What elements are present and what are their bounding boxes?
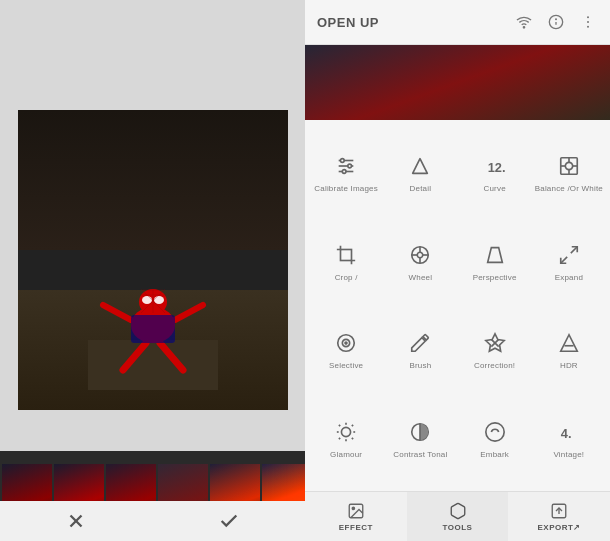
svg-marker-30 xyxy=(413,159,428,174)
tool-label: Vintage! xyxy=(553,450,584,459)
perspective-icon xyxy=(481,241,509,269)
hdr-icon xyxy=(555,329,583,357)
svg-point-69 xyxy=(352,507,354,509)
tool-calibrate[interactable]: Calibrate Images xyxy=(309,128,383,217)
balance-icon xyxy=(555,152,583,180)
svg-line-5 xyxy=(103,305,131,320)
tool-label: Embark xyxy=(480,450,509,459)
nav-effect[interactable]: EFFECT xyxy=(305,492,407,541)
tool-selective[interactable]: Selective xyxy=(309,306,383,395)
header-title: OPEN UP xyxy=(317,15,379,30)
svg-point-33 xyxy=(565,162,572,169)
right-bottom-nav: EFFECT TOOLS EXPORT↗ xyxy=(305,491,610,541)
tool-label: Crop / xyxy=(335,273,358,282)
tool-hdr[interactable]: HDR xyxy=(532,306,606,395)
right-panel: OPEN UP xyxy=(305,0,610,541)
svg-marker-54 xyxy=(561,335,578,352)
nav-label: TOOLS xyxy=(443,523,473,532)
tool-label: HDR xyxy=(560,361,578,370)
svg-point-56 xyxy=(342,428,351,437)
svg-line-62 xyxy=(352,438,353,439)
svg-rect-38 xyxy=(341,249,352,260)
svg-point-40 xyxy=(418,252,424,258)
svg-point-27 xyxy=(341,159,345,163)
expand-icon xyxy=(555,241,583,269)
tool-label: Detail xyxy=(410,184,432,193)
tool-contrast-tonal[interactable]: Contrast Tonal xyxy=(383,394,457,483)
detail-icon xyxy=(406,152,434,180)
export-icon xyxy=(549,501,569,521)
preview-strip xyxy=(305,45,610,120)
brush-icon xyxy=(406,329,434,357)
tool-perspective[interactable]: Perspective xyxy=(458,217,532,306)
wheel-icon xyxy=(406,241,434,269)
tool-glamour[interactable]: Glamour xyxy=(309,394,383,483)
bottom-bar xyxy=(0,501,305,541)
svg-point-28 xyxy=(348,164,352,168)
correction-icon xyxy=(481,329,509,357)
svg-point-22 xyxy=(587,21,589,23)
svg-line-61 xyxy=(339,425,340,426)
svg-line-63 xyxy=(339,438,340,439)
tool-label: Selective xyxy=(329,361,363,370)
right-header: OPEN UP xyxy=(305,0,610,45)
tool-vintage[interactable]: 4. Vintage! xyxy=(532,394,606,483)
tool-correction[interactable]: Correction! xyxy=(458,306,532,395)
tool-label: Balance /Or White xyxy=(535,184,603,193)
svg-point-3 xyxy=(142,296,152,304)
svg-line-47 xyxy=(561,256,567,262)
header-icons xyxy=(514,12,598,32)
svg-line-46 xyxy=(571,246,577,252)
tool-label: Perspective xyxy=(473,273,517,282)
vintage-icon: 4. xyxy=(555,418,583,446)
crop-icon xyxy=(332,241,360,269)
svg-point-4 xyxy=(154,296,164,304)
selective-icon xyxy=(332,329,360,357)
tool-label: Glamour xyxy=(330,450,362,459)
wifi-icon[interactable] xyxy=(514,12,534,32)
tool-crop[interactable]: Crop / xyxy=(309,217,383,306)
svg-rect-9 xyxy=(131,315,175,343)
confirm-button[interactable] xyxy=(204,501,254,541)
tool-label: Calibrate Images xyxy=(314,184,378,193)
svg-text:4.: 4. xyxy=(561,426,572,441)
contrast-tonal-icon xyxy=(406,418,434,446)
more-icon[interactable] xyxy=(578,12,598,32)
nav-label: EXPORT↗ xyxy=(537,523,580,532)
svg-rect-0 xyxy=(88,340,218,390)
svg-marker-45 xyxy=(487,247,502,262)
main-image xyxy=(18,110,288,410)
tools-grid: Calibrate Images Detail 12. Curve xyxy=(305,120,610,491)
tool-balance[interactable]: Balance /Or White xyxy=(532,128,606,217)
tool-brush[interactable]: Brush xyxy=(383,306,457,395)
nav-export[interactable]: EXPORT↗ xyxy=(508,492,610,541)
tools-icon xyxy=(448,501,468,521)
nav-label: EFFECT xyxy=(339,523,373,532)
spiderman-figure xyxy=(88,240,218,390)
glamour-icon xyxy=(332,418,360,446)
nav-tools[interactable]: TOOLS xyxy=(407,492,509,541)
svg-line-6 xyxy=(175,305,203,320)
tool-detail[interactable]: Detail xyxy=(383,128,457,217)
svg-point-50 xyxy=(345,342,347,344)
tool-label: Wheel xyxy=(409,273,433,282)
tool-label: Correction! xyxy=(474,361,515,370)
info-icon[interactable] xyxy=(546,12,566,32)
svg-point-17 xyxy=(523,27,524,28)
tool-expand[interactable]: Expand xyxy=(532,217,606,306)
tool-label: Expand xyxy=(555,273,583,282)
tool-label: Curve xyxy=(483,184,505,193)
svg-point-21 xyxy=(587,16,589,18)
tool-label: Brush xyxy=(409,361,431,370)
left-panel: Smooth Accentuated Pop Faded Glow Mornin… xyxy=(0,0,305,541)
cancel-button[interactable] xyxy=(51,501,101,541)
tool-label: Contrast Tonal xyxy=(393,450,447,459)
calibrate-icon xyxy=(332,152,360,180)
svg-line-64 xyxy=(352,425,353,426)
embark-icon xyxy=(481,418,509,446)
tool-curve[interactable]: 12. Curve xyxy=(458,128,532,217)
tool-wheel[interactable]: Wheel xyxy=(383,217,457,306)
tool-embark[interactable]: Embark xyxy=(458,394,532,483)
effect-icon xyxy=(346,501,366,521)
svg-point-23 xyxy=(587,26,589,28)
